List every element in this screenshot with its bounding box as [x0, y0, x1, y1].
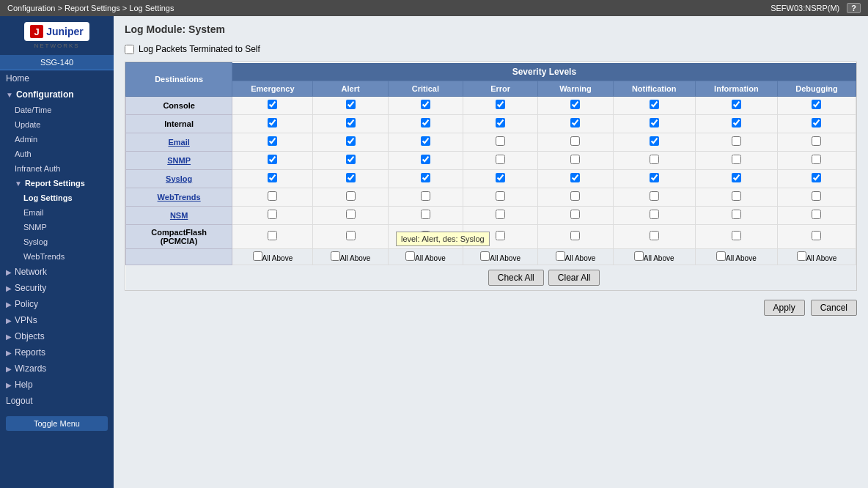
check-compactflashpcmcia-3[interactable]	[496, 231, 505, 240]
all-above-cell-7[interactable]: All Above	[777, 248, 856, 265]
sidebar-item-update[interactable]: Update	[0, 117, 114, 132]
sidebar-item-webtrends[interactable]: WebTrends	[0, 249, 114, 264]
all-above-checkbox-3[interactable]	[480, 251, 490, 261]
sidebar-item-logout[interactable]: Logout	[0, 393, 114, 409]
check-nsm-1[interactable]	[346, 210, 356, 219]
sidebar-item-email[interactable]: Email	[0, 205, 114, 220]
check-compactflashpcmcia-7[interactable]	[812, 231, 821, 240]
check-nsm-7[interactable]	[812, 210, 821, 219]
all-above-cell-4[interactable]: All Above	[538, 248, 613, 265]
all-above-checkbox-7[interactable]	[797, 251, 806, 261]
sidebar-item-help[interactable]: ▶ Help	[0, 377, 114, 393]
check-webtrends-5[interactable]	[650, 191, 659, 201]
check-webtrends-0[interactable]	[268, 191, 277, 201]
check-snmp-3[interactable]	[496, 155, 505, 164]
check-webtrends-2[interactable]	[421, 191, 430, 201]
check-syslog-2[interactable]	[421, 173, 430, 182]
sidebar-item-home[interactable]: Home	[0, 70, 114, 86]
all-above-cell-6[interactable]: All Above	[695, 248, 777, 265]
check-syslog-1[interactable]	[346, 173, 356, 182]
check-snmp-4[interactable]	[570, 155, 580, 164]
sidebar-item-objects[interactable]: ▶ Objects	[0, 328, 114, 344]
check-syslog-4[interactable]	[570, 173, 580, 182]
sidebar-item-snmp[interactable]: SNMP	[0, 220, 114, 234]
check-console-5[interactable]	[650, 100, 659, 109]
check-email-3[interactable]	[496, 136, 505, 146]
check-webtrends-4[interactable]	[570, 191, 580, 201]
sidebar-item-admin[interactable]: Admin	[0, 132, 114, 147]
sidebar-item-infranet-auth[interactable]: Infranet Auth	[0, 161, 114, 176]
dest-link-syslog[interactable]: Syslog	[166, 174, 192, 183]
check-compactflashpcmcia-5[interactable]	[650, 231, 659, 240]
check-snmp-5[interactable]	[650, 155, 659, 164]
check-compactflashpcmcia-4[interactable]	[570, 231, 580, 240]
all-above-cell-5[interactable]: All Above	[613, 248, 695, 265]
check-compactflashpcmcia-1[interactable]	[346, 231, 356, 240]
check-email-7[interactable]	[812, 136, 821, 146]
toggle-menu-button[interactable]: Toggle Menu	[6, 416, 108, 431]
check-snmp-6[interactable]	[732, 155, 741, 164]
check-console-7[interactable]	[812, 100, 821, 109]
check-syslog-3[interactable]	[496, 173, 505, 182]
check-nsm-5[interactable]	[650, 210, 659, 219]
all-above-cell-2[interactable]: All Above	[388, 248, 463, 265]
dest-link-email[interactable]: Email	[168, 138, 189, 147]
clear-all-button[interactable]: Clear All	[548, 270, 600, 286]
check-nsm-6[interactable]	[732, 210, 741, 219]
check-console-1[interactable]	[346, 100, 356, 109]
sidebar-item-vpns[interactable]: ▶ VPNs	[0, 312, 114, 328]
all-above-checkbox-6[interactable]	[716, 251, 726, 261]
check-snmp-0[interactable]	[268, 155, 277, 164]
help-button[interactable]: ?	[847, 3, 861, 13]
check-internal-1[interactable]	[346, 118, 356, 127]
all-above-cell-1[interactable]: All Above	[313, 248, 388, 265]
check-console-4[interactable]	[570, 100, 580, 109]
all-above-checkbox-4[interactable]	[556, 251, 565, 261]
sidebar-item-reports[interactable]: ▶ Reports	[0, 344, 114, 361]
check-nsm-4[interactable]	[570, 210, 580, 219]
check-snmp-7[interactable]	[812, 155, 821, 164]
sidebar-item-auth[interactable]: Auth	[0, 147, 114, 161]
dest-link-nsm[interactable]: NSM	[170, 211, 188, 220]
sidebar-item-security[interactable]: ▶ Security	[0, 280, 114, 296]
check-email-6[interactable]	[732, 136, 741, 146]
check-email-1[interactable]	[346, 136, 356, 146]
all-above-checkbox-0[interactable]	[253, 251, 262, 261]
check-email-2[interactable]	[421, 136, 430, 146]
check-webtrends-6[interactable]	[732, 191, 741, 201]
check-compactflashpcmcia-2[interactable]	[421, 231, 430, 240]
check-email-5[interactable]	[650, 136, 659, 146]
check-console-0[interactable]	[268, 100, 277, 109]
check-webtrends-7[interactable]	[812, 191, 821, 201]
sidebar-item-configuration[interactable]: ▼ Configuration	[0, 86, 114, 103]
check-console-2[interactable]	[421, 100, 430, 109]
check-snmp-1[interactable]	[346, 155, 356, 164]
all-above-checkbox-5[interactable]	[634, 251, 644, 261]
check-nsm-3[interactable]	[496, 210, 505, 219]
check-compactflashpcmcia-6[interactable]	[732, 231, 741, 240]
sidebar-item-log-settings[interactable]: Log Settings	[0, 191, 114, 205]
check-nsm-0[interactable]	[268, 210, 277, 219]
sidebar-item-network[interactable]: ▶ Network	[0, 264, 114, 280]
check-syslog-7[interactable]	[812, 173, 821, 182]
check-internal-5[interactable]	[650, 118, 659, 127]
check-webtrends-1[interactable]	[346, 191, 356, 201]
check-internal-7[interactable]	[812, 118, 821, 127]
check-syslog-0[interactable]	[268, 173, 277, 182]
check-internal-0[interactable]	[268, 118, 277, 127]
sidebar-item-syslog[interactable]: Syslog	[0, 234, 114, 249]
dest-link-webtrends[interactable]: WebTrends	[158, 193, 201, 202]
dest-link-snmp[interactable]: SNMP	[167, 156, 191, 165]
all-above-checkbox-1[interactable]	[331, 251, 340, 261]
check-internal-2[interactable]	[421, 118, 430, 127]
check-snmp-2[interactable]	[421, 155, 430, 164]
apply-button[interactable]: Apply	[764, 300, 805, 316]
check-email-0[interactable]	[268, 136, 277, 146]
check-internal-3[interactable]	[496, 118, 505, 127]
check-nsm-2[interactable]	[421, 210, 430, 219]
check-console-6[interactable]	[732, 100, 741, 109]
sidebar-item-wizards[interactable]: ▶ Wizards	[0, 361, 114, 377]
check-internal-4[interactable]	[570, 118, 580, 127]
check-syslog-6[interactable]	[732, 173, 741, 182]
check-webtrends-3[interactable]	[496, 191, 505, 201]
